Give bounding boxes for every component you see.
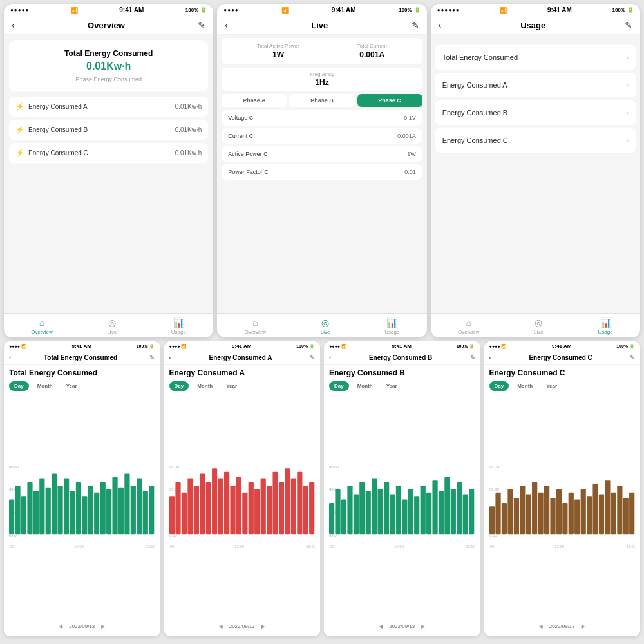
back-button-live[interactable]: ‹: [225, 20, 228, 30]
svg-rect-36: [175, 482, 180, 534]
item-label-b: Energy Consumed B: [28, 126, 88, 133]
svg-rect-35: [169, 496, 175, 534]
phone-chart-2: ●●●● 📶 9:41 AM 100% 🔋 ‹ Energy Consumed …: [324, 341, 480, 636]
usage-c-label: Energy Consumed C: [442, 137, 508, 144]
svg-rect-47: [242, 493, 247, 534]
svg-rect-97: [489, 506, 495, 534]
battery-pct-usage: 100%: [612, 7, 625, 13]
phase-tab-a[interactable]: Phase A: [222, 94, 287, 107]
voltage-c-label: Voltage C: [228, 115, 253, 121]
chart-screen-2: Energy Consumed B Day Month Year 45.0030…: [324, 365, 480, 636]
svg-rect-21: [112, 477, 117, 535]
phase-tab-b[interactable]: Phase B: [289, 94, 354, 107]
svg-text:00:00: 00:00: [9, 545, 14, 549]
svg-text:12:00: 12:00: [394, 545, 404, 549]
prev-date-3[interactable]: ◄: [538, 623, 544, 630]
chart-area-1: 45.0030.0015.000.00 00:0012:0023:00: [169, 395, 316, 620]
phase-tab-c[interactable]: Phase C: [357, 94, 422, 107]
nav-bar-usage: ‹ Usage ✎: [431, 16, 640, 35]
edit-chart-2[interactable]: ✎: [470, 354, 475, 361]
svg-rect-9: [39, 478, 44, 534]
back-button-overview[interactable]: ‹: [12, 20, 15, 30]
period-year-3[interactable]: Year: [541, 381, 562, 391]
tab-usage-live[interactable]: 📊 Usage: [384, 317, 399, 335]
item-value-c: 0.01Kw·h: [175, 149, 202, 156]
svg-text:45.00: 45.00: [169, 465, 180, 469]
prev-date-1[interactable]: ◄: [218, 623, 224, 630]
period-month-3[interactable]: Month: [512, 381, 538, 391]
svg-text:0.00: 0.00: [169, 534, 177, 538]
svg-rect-45: [230, 486, 235, 534]
svg-rect-82: [426, 493, 431, 534]
overview-item-a: ⚡ Energy Consumed A 0.01Kw·h: [9, 97, 208, 117]
svg-rect-24: [131, 486, 136, 534]
svg-rect-109: [562, 503, 567, 534]
next-date-3[interactable]: ►: [580, 623, 587, 630]
edit-chart-3[interactable]: ✎: [630, 354, 635, 361]
back-chart-0[interactable]: ‹: [9, 354, 12, 361]
freq-value: 1Hz: [228, 78, 415, 87]
active-power-c-value: 1W: [407, 151, 416, 157]
period-tabs-1: Day Month Year: [169, 381, 316, 391]
tab-label-overview: Overview: [31, 329, 52, 335]
back-chart-3[interactable]: ‹: [489, 354, 492, 361]
next-date-1[interactable]: ►: [260, 623, 267, 630]
battery-icon-live: 🔋: [414, 7, 421, 13]
period-month-1[interactable]: Month: [192, 381, 218, 391]
next-date-0[interactable]: ►: [100, 623, 106, 630]
back-chart-1[interactable]: ‹: [169, 354, 172, 361]
status-bar-chart-0: ●●●● 📶 9:41 AM 100% 🔋: [4, 341, 160, 351]
back-button-usage[interactable]: ‹: [439, 20, 442, 30]
usage-total-energy[interactable]: Total Energy Consumed ›: [435, 45, 636, 70]
svg-rect-117: [611, 493, 616, 534]
period-day-0[interactable]: Day: [9, 381, 29, 391]
chart-nav-title-2: Energy Consumed B: [369, 354, 432, 361]
svg-rect-101: [513, 498, 518, 534]
edit-button-overview[interactable]: ✎: [198, 20, 205, 30]
svg-text:0.00: 0.00: [329, 534, 337, 538]
edit-chart-0[interactable]: ✎: [149, 354, 155, 361]
svg-rect-73: [372, 478, 377, 534]
prev-date-0[interactable]: ◄: [57, 623, 64, 630]
edit-button-live[interactable]: ✎: [412, 20, 419, 30]
period-month-2[interactable]: Month: [352, 381, 378, 391]
prev-date-2[interactable]: ◄: [377, 623, 384, 630]
usage-energy-c[interactable]: Energy Consumed C ›: [435, 128, 636, 153]
period-year-2[interactable]: Year: [381, 381, 402, 391]
svg-rect-111: [574, 500, 580, 535]
back-chart-2[interactable]: ‹: [329, 354, 332, 361]
tab-overview-usage[interactable]: ⌂ Overview: [458, 317, 479, 335]
tab-usage-usage[interactable]: 📊 Usage: [598, 317, 612, 335]
chart-nav-title-0: Total Energy Consumed: [44, 354, 117, 361]
live-row-current: Current C 0.001A: [222, 128, 422, 144]
svg-rect-55: [290, 478, 296, 534]
tab-overview[interactable]: ⌂ Overview: [31, 317, 52, 335]
svg-rect-42: [212, 468, 217, 534]
tab-label-usage-live: Usage: [384, 329, 399, 335]
edit-button-usage[interactable]: ✎: [625, 20, 632, 30]
tab-live[interactable]: ◎ Live: [107, 317, 117, 335]
period-month-0[interactable]: Month: [32, 381, 58, 391]
usage-a-label: Energy Consumed A: [442, 81, 507, 89]
period-day-3[interactable]: Day: [489, 381, 509, 391]
svg-rect-15: [76, 482, 81, 534]
signal-dots-live: ●●●●: [223, 7, 238, 13]
period-year-0[interactable]: Year: [61, 381, 82, 391]
next-date-2[interactable]: ►: [420, 623, 426, 630]
period-day-2[interactable]: Day: [329, 381, 349, 391]
period-day-1[interactable]: Day: [169, 381, 189, 391]
svg-rect-81: [421, 486, 426, 534]
chart-nav-title-3: Energy Consumed C: [529, 354, 592, 361]
tab-live-live[interactable]: ◎ Live: [321, 317, 330, 335]
phone-chart-1: ●●●● 📶 9:41 AM 100% 🔋 ‹ Energy Consumed …: [164, 341, 321, 636]
tab-overview-live[interactable]: ⌂ Overview: [245, 317, 266, 335]
svg-rect-88: [463, 495, 468, 535]
svg-text:23:00: 23:00: [466, 545, 475, 549]
tab-bar-usage: ⌂ Overview ◎ Live 📊 Usage: [431, 313, 640, 337]
usage-energy-b[interactable]: Energy Consumed B ›: [435, 100, 636, 125]
period-year-1[interactable]: Year: [221, 381, 242, 391]
tab-live-usage[interactable]: ◎ Live: [534, 317, 544, 335]
edit-chart-1[interactable]: ✎: [310, 354, 315, 361]
usage-energy-a[interactable]: Energy Consumed A ›: [435, 73, 636, 97]
tab-usage[interactable]: 📊 Usage: [171, 317, 186, 335]
